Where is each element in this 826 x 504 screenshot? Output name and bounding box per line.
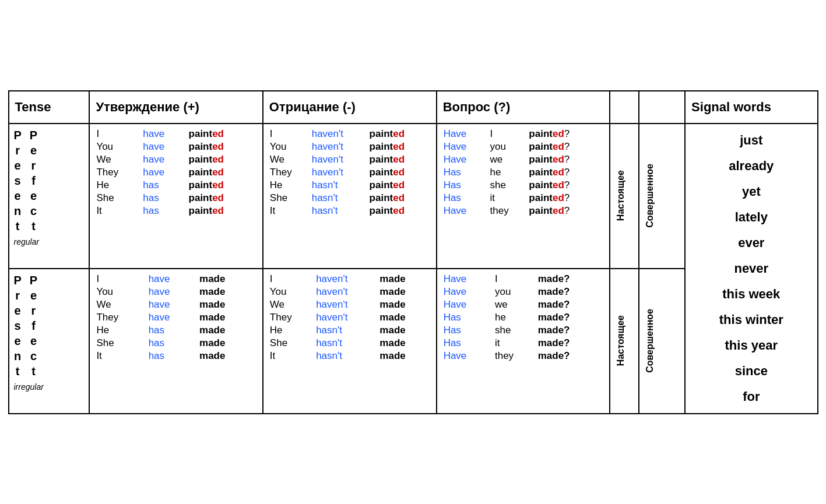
signal-lately: lately <box>690 205 812 230</box>
ru2-text: Совершенное <box>644 164 655 228</box>
ru1-text-irr: Настоящее <box>615 315 626 366</box>
tense-word-present: Present <box>14 128 22 234</box>
tense-cell-regular: Present Perfect regular <box>9 124 90 269</box>
signal-never: never <box>690 256 812 281</box>
signal-this-year: this year <box>690 333 812 358</box>
signal-already: already <box>690 153 812 179</box>
header-negative: Отрицание (-) <box>263 91 437 124</box>
ru2-regular: Совершенное <box>639 124 685 269</box>
ru1-irregular: Настоящее <box>610 269 639 414</box>
signal-ever: ever <box>690 230 812 256</box>
signal-this-week: this week <box>690 281 812 307</box>
signal-since: since <box>690 358 812 384</box>
header-tense: Tense <box>9 91 90 124</box>
header-question: Вопрос (?) <box>437 91 610 124</box>
negative-irregular: Ihaven'tmade Youhaven'tmade Wehaven'tmad… <box>263 269 437 414</box>
affirmative-irregular: Ihavemade Youhavemade Wehavemade Theyhav… <box>89 269 262 414</box>
question-irregular: HaveImade? Haveyoumade? Havewemade? Hash… <box>437 269 610 414</box>
affirmative-regular: Ihavepainted Youhavepainted Wehavepainte… <box>89 124 262 269</box>
tense-word-perfect-irr: Perfect <box>30 273 37 379</box>
grammar-table: Tense Утверждение (+) Отрицание (-) Вопр… <box>8 90 818 414</box>
signal-this-winter: this winter <box>690 307 812 333</box>
signal-just: just <box>690 128 812 153</box>
tense-label-regular: regular <box>14 237 85 246</box>
tense-word-present-irr: Present <box>14 273 22 379</box>
question-regular: HaveIpainted? Haveyoupainted? Havewepain… <box>437 124 610 269</box>
signal-words-cell: just already yet lately ever never this … <box>685 124 817 414</box>
tense-word-perfect: Perfect <box>30 128 37 234</box>
negative-regular: Ihaven'tpainted Youhaven'tpainted Wehave… <box>263 124 437 269</box>
ru1-text: Настоящее <box>615 170 626 221</box>
tense-label-irregular: irregular <box>14 382 85 392</box>
signal-for: for <box>690 384 812 410</box>
ru1-regular: Настоящее <box>610 124 639 269</box>
header-ru1 <box>610 91 639 124</box>
header-signal: Signal words <box>685 91 817 124</box>
ru2-text-irr: Совершенное <box>644 309 655 373</box>
tense-cell-irregular: Present Perfect irregular <box>9 269 90 414</box>
ru2-irregular: Совершенное <box>639 269 685 414</box>
header-ru2 <box>639 91 685 124</box>
signal-yet: yet <box>690 179 812 205</box>
header-affirmative: Утверждение (+) <box>89 91 262 124</box>
